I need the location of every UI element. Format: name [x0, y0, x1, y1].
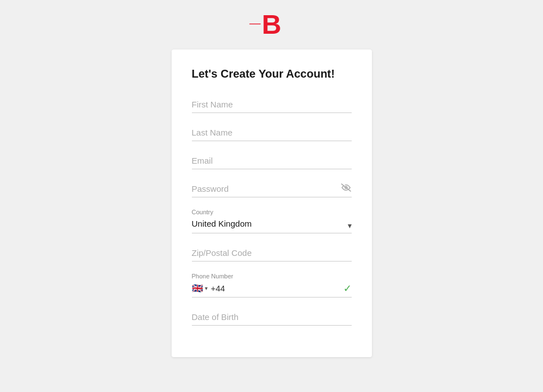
country-select-wrapper: United Kingdom United States Canada Aust…: [192, 218, 352, 233]
country-group: Country United Kingdom United States Can…: [192, 209, 352, 233]
last-name-input[interactable]: [192, 124, 352, 141]
phone-number-input[interactable]: [227, 283, 352, 293]
registration-card: Let's Create Your Account! Country Unite…: [172, 49, 372, 357]
zip-input[interactable]: [192, 245, 352, 262]
phone-code: +44: [211, 283, 225, 293]
first-name-input[interactable]: [192, 96, 352, 113]
phone-valid-icon: ✓: [343, 282, 352, 295]
password-input[interactable]: [192, 181, 352, 197]
phone-flag-selector[interactable]: 🇬🇧 ▾: [192, 283, 208, 294]
phone-flag-chevron-icon: ▾: [205, 285, 208, 291]
dob-input[interactable]: [192, 309, 352, 326]
form-title: Let's Create Your Account!: [192, 67, 352, 80]
toggle-password-icon[interactable]: [340, 183, 352, 195]
email-group: [192, 152, 352, 169]
password-group: [192, 181, 352, 197]
country-label: Country: [192, 209, 352, 215]
logo: B: [262, 11, 281, 38]
logo-letter: B: [262, 11, 281, 38]
last-name-group: [192, 124, 352, 141]
flag-emoji: 🇬🇧: [192, 283, 203, 294]
dob-group: [192, 309, 352, 326]
first-name-group: [192, 96, 352, 113]
phone-label: Phone Number: [192, 273, 352, 280]
phone-input-wrapper: 🇬🇧 ▾ +44 ✓: [192, 283, 352, 298]
zip-group: [192, 245, 352, 262]
phone-group: Phone Number 🇬🇧 ▾ +44 ✓: [192, 273, 352, 298]
email-input[interactable]: [192, 152, 352, 169]
country-select[interactable]: United Kingdom United States Canada Aust…: [192, 218, 352, 229]
